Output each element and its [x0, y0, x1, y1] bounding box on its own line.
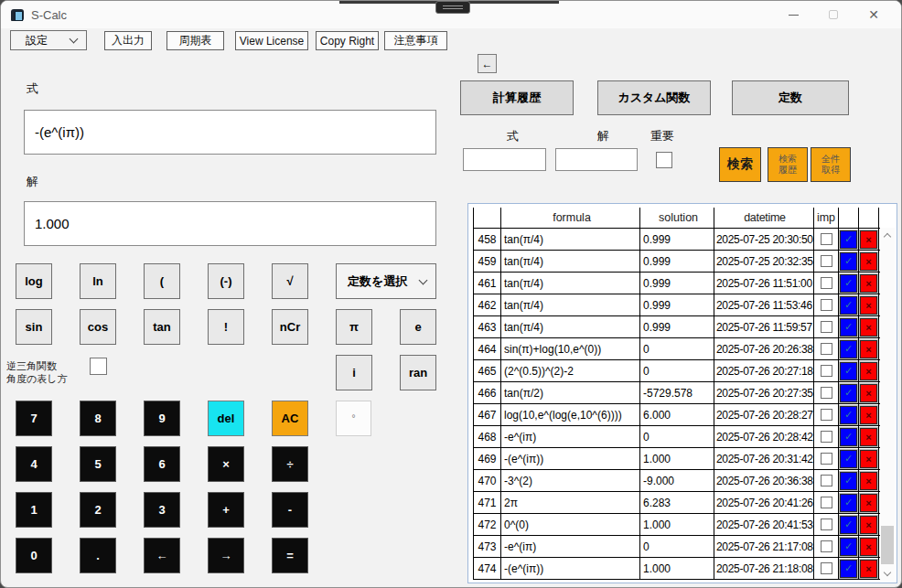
table-row[interactable]: 459 tan(π/4) 0.999 2025-07-25 20:32:35 ✓…: [474, 251, 881, 273]
row-delete-button[interactable]: ×: [860, 252, 877, 271]
ncr-button[interactable]: nCr: [272, 309, 308, 345]
row-delete-button[interactable]: ×: [860, 362, 877, 380]
pi-button[interactable]: π: [336, 309, 372, 345]
row-check-button[interactable]: ✓: [840, 340, 857, 358]
header-solution[interactable]: solution: [640, 208, 714, 228]
header-imp[interactable]: imp: [814, 208, 839, 228]
formula-input[interactable]: [24, 110, 436, 155]
maximize-button[interactable]: [813, 1, 854, 28]
search-solution-input[interactable]: [555, 148, 638, 171]
row-imp-checkbox[interactable]: [821, 387, 832, 399]
key-4[interactable]: 4: [16, 446, 52, 482]
table-row[interactable]: 466 tan(π/2) -5729.578 2025-07-26 20:27:…: [474, 382, 881, 404]
row-imp-checkbox[interactable]: [821, 233, 832, 245]
tan-button[interactable]: tan: [144, 309, 180, 345]
table-row[interactable]: 474 -(e^(iπ)) 1.000 2025-07-26 21:18:08 …: [474, 558, 881, 580]
minimize-button[interactable]: [773, 1, 813, 28]
search-button[interactable]: 検索: [719, 147, 761, 182]
row-delete-button[interactable]: ×: [860, 406, 877, 424]
row-imp-checkbox[interactable]: [821, 475, 832, 486]
paren-button[interactable]: (: [144, 263, 180, 299]
row-delete-button[interactable]: ×: [860, 472, 877, 490]
key-minus[interactable]: -: [272, 492, 308, 528]
scroll-down-icon[interactable]: [880, 566, 895, 581]
table-scrollbar[interactable]: [880, 228, 895, 581]
row-check-button[interactable]: ✓: [840, 384, 857, 402]
key-plus[interactable]: +: [208, 492, 244, 528]
table-row[interactable]: 462 tan(π/4) 0.999 2025-07-26 11:53:46 ✓…: [474, 294, 881, 316]
row-check-button[interactable]: ✓: [840, 406, 857, 424]
table-row[interactable]: 463 tan(π/4) 0.999 2025-07-26 11:59:57 ✓…: [474, 316, 881, 338]
menu-button-copyright[interactable]: Copy Right: [316, 31, 379, 50]
row-delete-button[interactable]: ×: [860, 494, 877, 512]
row-imp-checkbox[interactable]: [821, 562, 832, 574]
table-row[interactable]: 467 log(10,e^(log(e,10^(6)))) 6.000 2025…: [474, 404, 881, 426]
key-2[interactable]: 2: [80, 492, 116, 528]
table-row[interactable]: 470 -3^(2) -9.000 2025-07-26 20:36:38 ✓ …: [474, 470, 881, 492]
collapse-button[interactable]: ←: [478, 54, 497, 73]
scrollbar-thumb[interactable]: [881, 526, 894, 564]
cos-button[interactable]: cos: [80, 309, 116, 345]
key-all-clear[interactable]: AC: [272, 401, 308, 436]
search-history-button[interactable]: 検索 履歴: [768, 147, 808, 182]
key-equals[interactable]: =: [272, 538, 308, 573]
row-imp-checkbox[interactable]: [821, 343, 832, 355]
row-imp-checkbox[interactable]: [821, 540, 832, 552]
key-3[interactable]: 3: [144, 492, 180, 528]
constants-select[interactable]: 定数を選択: [336, 263, 436, 299]
key-6[interactable]: 6: [144, 446, 180, 482]
key-1[interactable]: 1: [16, 492, 52, 528]
row-delete-button[interactable]: ×: [860, 428, 877, 446]
row-check-button[interactable]: ✓: [840, 450, 857, 468]
row-delete-button[interactable]: ×: [860, 516, 877, 534]
row-delete-button[interactable]: ×: [860, 296, 877, 315]
menu-button-periodic-table[interactable]: 周期表: [166, 31, 224, 50]
scroll-up-icon[interactable]: [880, 228, 895, 242]
row-delete-button[interactable]: ×: [860, 230, 877, 249]
table-row[interactable]: 473 -e^(iπ) 0 2025-07-26 21:17:08 ✓ ×: [474, 536, 881, 558]
key-7[interactable]: 7: [16, 401, 52, 436]
key-cursor-left[interactable]: ←: [144, 538, 180, 573]
row-imp-checkbox[interactable]: [821, 255, 832, 267]
row-check-button[interactable]: ✓: [840, 274, 857, 293]
close-button[interactable]: ✕: [854, 1, 894, 28]
search-formula-input[interactable]: [463, 148, 546, 171]
nav-custom-functions-button[interactable]: カスタム関数: [597, 80, 711, 115]
row-check-button[interactable]: ✓: [840, 560, 857, 578]
key-9[interactable]: 9: [144, 401, 180, 436]
table-row[interactable]: 472 0^(0) 1.000 2025-07-26 20:41:53 ✓ ×: [474, 514, 881, 536]
get-all-button[interactable]: 全件 取得: [811, 147, 851, 182]
row-check-button[interactable]: ✓: [840, 472, 857, 490]
key-delete[interactable]: del: [208, 401, 244, 436]
row-imp-checkbox[interactable]: [821, 519, 832, 530]
row-imp-checkbox[interactable]: [821, 299, 832, 311]
sqrt-button[interactable]: √: [272, 263, 308, 299]
log-button[interactable]: log: [16, 263, 52, 299]
table-row[interactable]: 468 -e^(iπ) 0 2025-07-26 20:28:42 ✓ ×: [474, 426, 881, 448]
nav-constants-button[interactable]: 定数: [732, 80, 849, 115]
menu-button-view-license[interactable]: View License: [235, 31, 308, 50]
table-row[interactable]: 461 tan(π/4) 0.999 2025-07-26 11:51:00 ✓…: [474, 273, 881, 294]
menu-button-io[interactable]: 入出力: [104, 31, 152, 50]
row-imp-checkbox[interactable]: [821, 365, 832, 377]
key-multiply[interactable]: ×: [208, 446, 244, 482]
degree-button[interactable]: °: [336, 401, 371, 436]
row-delete-button[interactable]: ×: [860, 384, 877, 402]
table-row[interactable]: 465 (2^(0.5))^(2)-2 0 2025-07-26 20:27:1…: [474, 360, 881, 382]
key-divide[interactable]: ÷: [272, 446, 308, 482]
row-delete-button[interactable]: ×: [860, 274, 877, 293]
row-check-button[interactable]: ✓: [840, 362, 857, 380]
table-row[interactable]: 469 -(e^(iπ)) 1.000 2025-07-26 20:31:42 …: [474, 448, 881, 470]
key-cursor-right[interactable]: →: [208, 538, 244, 573]
row-imp-checkbox[interactable]: [821, 277, 832, 289]
key-0[interactable]: 0: [16, 538, 52, 573]
row-check-button[interactable]: ✓: [840, 296, 857, 315]
sin-button[interactable]: sin: [16, 309, 52, 345]
row-imp-checkbox[interactable]: [821, 497, 832, 508]
important-checkbox[interactable]: [656, 152, 672, 168]
table-row[interactable]: 471 2π 6.283 2025-07-26 20:41:26 ✓ ×: [474, 492, 881, 514]
nav-calc-history-button[interactable]: 計算履歴: [460, 80, 574, 115]
row-delete-button[interactable]: ×: [860, 318, 877, 337]
ln-button[interactable]: ln: [80, 263, 116, 299]
row-delete-button[interactable]: ×: [860, 340, 877, 358]
